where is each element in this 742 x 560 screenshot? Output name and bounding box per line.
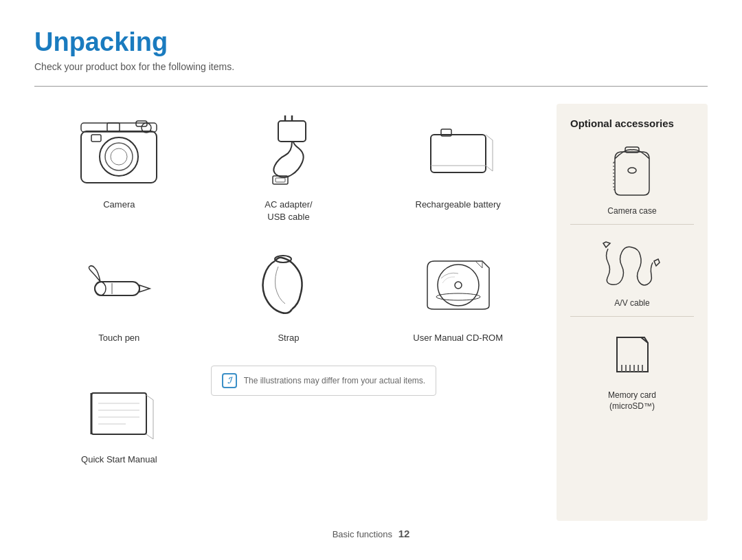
- item-ac-adapter: AC adapter/USB cable: [204, 104, 374, 230]
- svg-point-2: [105, 143, 133, 170]
- svg-rect-9: [278, 121, 306, 142]
- item-battery: Rechargeable battery: [373, 104, 543, 230]
- ac-adapter-label: AC adapter/USB cable: [265, 199, 312, 223]
- optional-camera-case: Camera case: [570, 139, 694, 217]
- item-cdrom: User Manual CD-ROM: [373, 237, 543, 351]
- memory-card-label: Memory card(microSD™): [608, 390, 656, 413]
- svg-rect-30: [91, 393, 146, 434]
- optional-section: Optional accessories: [556, 104, 708, 521]
- camera-case-label: Camera case: [607, 205, 656, 217]
- item-touch-pen: Touch pen: [34, 237, 204, 351]
- svg-rect-13: [276, 178, 285, 182]
- svg-rect-4: [91, 135, 101, 142]
- strap-image: [240, 244, 337, 326]
- quick-start-label: Quick Start Manual: [81, 453, 157, 466]
- svg-point-22: [95, 282, 106, 295]
- svg-point-43: [628, 168, 636, 173]
- items-grid: Camera: [34, 104, 543, 473]
- strap-label: Strap: [278, 332, 299, 344]
- main-content: Camera: [34, 104, 708, 521]
- cdrom-label: User Manual CD-ROM: [413, 332, 503, 344]
- camera-case-image: [594, 139, 670, 201]
- camera-label: Camera: [103, 199, 135, 211]
- item-quick-start: Quick Start Manual: [34, 359, 204, 473]
- page-title: Unpacking: [34, 27, 708, 57]
- svg-rect-5: [107, 123, 120, 131]
- svg-point-3: [111, 148, 127, 165]
- svg-line-36: [146, 395, 153, 400]
- svg-line-17: [486, 135, 493, 140]
- touch-pen-image: [71, 244, 167, 326]
- page-subtitle: Check your product box for the following…: [34, 61, 708, 72]
- svg-rect-14: [431, 135, 486, 172]
- svg-line-28: [475, 261, 482, 268]
- footer-page: 12: [398, 528, 410, 539]
- notice-cell: ℐ The illustrations may differ from your…: [204, 359, 543, 473]
- camera-image: [71, 111, 167, 193]
- optional-divider-2: [570, 316, 694, 317]
- item-strap: Strap: [204, 237, 374, 351]
- svg-point-27: [455, 282, 462, 289]
- notice-box: ℐ The illustrations may differ from your…: [211, 366, 437, 396]
- svg-point-26: [438, 265, 479, 306]
- optional-divider-1: [570, 224, 694, 225]
- av-cable-label: A/V cable: [614, 298, 649, 309]
- optional-av-cable: A/V cable: [570, 232, 694, 309]
- memory-card-image: [594, 324, 670, 385]
- ac-adapter-image: [240, 111, 337, 193]
- battery-label: Rechargeable battery: [416, 199, 501, 211]
- quick-start-image: [71, 366, 167, 448]
- item-camera: Camera: [34, 104, 204, 230]
- optional-title: Optional accessories: [570, 117, 674, 129]
- items-section: Camera: [34, 104, 543, 521]
- footer-text: Basic functions: [333, 529, 392, 539]
- notice-icon: ℐ: [222, 373, 237, 388]
- footer: Basic functions 12: [34, 521, 708, 539]
- page-container: Unpacking Check your product box for the…: [0, 0, 742, 560]
- svg-rect-20: [95, 282, 139, 295]
- notice-text: The illustrations may differ from your a…: [244, 376, 426, 385]
- svg-rect-0: [81, 131, 157, 183]
- battery-image: [410, 111, 506, 193]
- cdrom-image: [410, 244, 506, 326]
- svg-marker-21: [139, 285, 150, 292]
- av-cable-image: [594, 232, 670, 293]
- svg-line-18: [486, 166, 493, 171]
- section-divider: [34, 86, 708, 87]
- optional-memory-card: Memory card(microSD™): [570, 324, 694, 413]
- touch-pen-label: Touch pen: [98, 332, 139, 344]
- svg-line-37: [146, 434, 153, 439]
